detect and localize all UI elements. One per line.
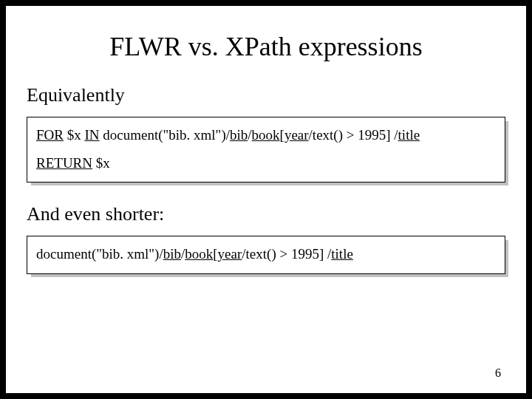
- code-line-1: document("bib. xml")/bib/book[year/text(…: [36, 244, 496, 265]
- path-book: book: [185, 246, 213, 262]
- code-text: document("bib. xml")/: [100, 127, 230, 143]
- path-title: title: [398, 127, 420, 143]
- path-book: book: [252, 127, 280, 143]
- keyword-in: IN: [84, 127, 99, 143]
- path-bib: bib: [163, 246, 181, 262]
- code-text: /text() > 1995] /: [242, 246, 331, 262]
- code-box-content: document("bib. xml")/bib/book[year/text(…: [27, 236, 505, 274]
- path-year: year: [284, 127, 309, 143]
- code-box-2: document("bib. xml")/bib/book[year/text(…: [27, 236, 505, 274]
- path-bib: bib: [230, 127, 248, 143]
- code-line-2: RETURN $x: [36, 153, 496, 174]
- code-text: $x: [64, 127, 85, 143]
- code-box-1: FOR $x IN document("bib. xml")/bib/book[…: [27, 117, 505, 183]
- page-number: 6: [495, 366, 501, 380]
- code-text: /text() > 1995] /: [309, 127, 398, 143]
- slide: FLWR vs. XPath expressions Equivalently …: [6, 6, 526, 393]
- path-year: year: [218, 246, 242, 262]
- subheading-equivalently: Equivalently: [27, 84, 505, 106]
- slide-title: FLWR vs. XPath expressions: [27, 31, 505, 62]
- code-text: document("bib. xml")/: [36, 246, 163, 262]
- keyword-for: FOR: [36, 127, 64, 143]
- path-title: title: [331, 246, 353, 262]
- code-box-content: FOR $x IN document("bib. xml")/bib/book[…: [27, 117, 505, 183]
- subheading-shorter: And even shorter:: [27, 203, 505, 225]
- code-line-1: FOR $x IN document("bib. xml")/bib/book[…: [36, 125, 496, 146]
- keyword-return: RETURN: [36, 155, 92, 171]
- code-text: $x: [92, 155, 110, 171]
